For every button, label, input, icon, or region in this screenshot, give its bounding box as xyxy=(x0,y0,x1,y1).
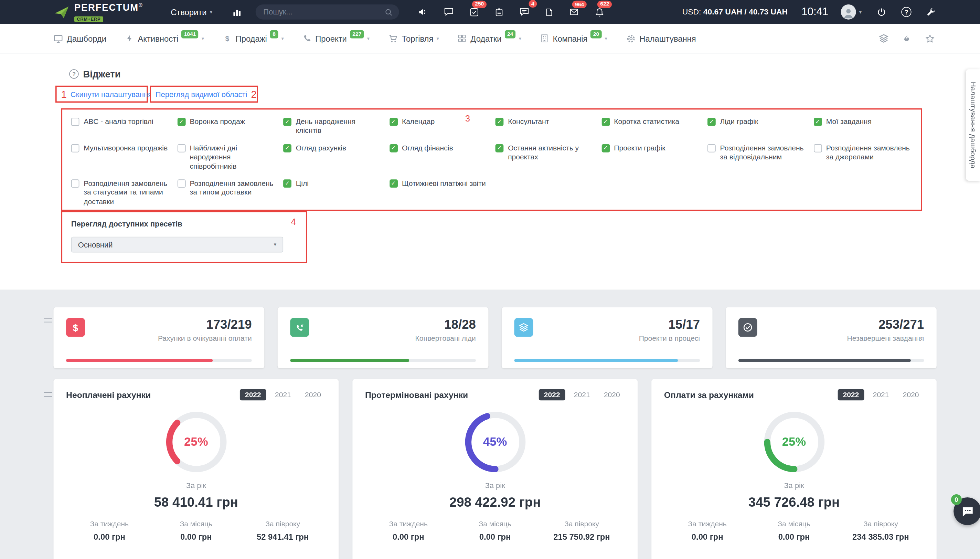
year-tabs: 2022 2021 2020 xyxy=(838,389,924,400)
widget-checkbox-multifunnel[interactable]: Мультиворонка продажів xyxy=(71,144,170,152)
nav-item-sales[interactable]: $ Продажі 8 ▾ xyxy=(223,34,284,43)
view-visible-area-button[interactable]: Перегляд видимої області xyxy=(155,90,247,99)
nav-item-trade[interactable]: Торгівля ▾ xyxy=(388,34,439,43)
nav-badge: 227 xyxy=(350,30,364,38)
nav-badge: 1841 xyxy=(181,30,198,38)
chat-badge: 0 xyxy=(951,494,962,505)
tasks-icon[interactable]: 250 xyxy=(470,7,479,17)
presets-panel: 4 Перегляд доступних пресетів Основний ▾ xyxy=(61,211,307,263)
widget-checkbox-finance-overview[interactable]: Огляд фінансів xyxy=(389,144,488,152)
donut-percent: 25% xyxy=(165,411,228,474)
help-icon[interactable]: ? xyxy=(901,7,911,17)
comments-icon[interactable] xyxy=(444,7,454,17)
question-glyph: ? xyxy=(72,71,76,77)
reset-settings-button[interactable]: Скинути налаштування xyxy=(71,90,152,99)
widget-checkbox-consultant[interactable]: Консультант xyxy=(495,117,594,126)
col-label: За тиждень xyxy=(365,520,452,528)
checkbox-icon xyxy=(708,118,716,126)
star-icon[interactable] xyxy=(925,34,935,43)
widget-checkbox-orders-by-delivery[interactable]: Розподілення замовлень за типом доставки xyxy=(177,179,276,197)
widget-checkbox-calendar[interactable]: Календар xyxy=(389,117,488,126)
user-menu[interactable]: ▾ xyxy=(841,5,862,20)
widget-checkbox-short-stats[interactable]: Коротка статистика xyxy=(602,117,700,126)
logo-arrow-icon xyxy=(53,4,70,20)
year-tab-2020[interactable]: 2020 xyxy=(599,389,625,400)
preset-select[interactable]: Основний ▾ xyxy=(71,237,283,253)
nav-item-addons[interactable]: Додатки 24 ▾ xyxy=(458,34,521,43)
widget-checkbox-project-activity[interactable]: Остання активність у проектах xyxy=(495,144,594,162)
power-icon[interactable] xyxy=(877,7,886,17)
widget-checkbox-orders-by-responsible[interactable]: Розподілення замовлень за відповідальним xyxy=(708,144,806,162)
stat-label: Рахунки в очікуванні оплати xyxy=(66,334,252,342)
search-input[interactable] xyxy=(262,7,385,17)
mail-icon[interactable]: 964 xyxy=(569,8,579,17)
widget-checkbox-projects-chart[interactable]: Проекти графік xyxy=(602,144,700,152)
year-tabs: 2022 2021 2020 xyxy=(240,389,326,400)
messages-icon[interactable]: 4 xyxy=(520,7,530,17)
nav-label: Додатки xyxy=(470,34,502,43)
stat-card-projects-in-progress[interactable]: 15/17 Проекти в процесі xyxy=(502,308,713,368)
nav-label: Налаштування xyxy=(639,34,696,43)
widget-checkbox-grid: ABC - аналіз торгівлі Воронка продаж Ден… xyxy=(71,117,912,206)
donut-chart: 25% xyxy=(165,411,228,474)
nav-item-settings[interactable]: Налаштування xyxy=(626,34,696,43)
chart-card-invoice-payments: Оплати за рахунками 2022 2021 2020 25% З… xyxy=(652,379,937,559)
notifications-bell-icon[interactable]: 622 xyxy=(595,7,604,17)
widget-checkbox-orders-by-status[interactable]: Розподілення замовлень за статусами та т… xyxy=(71,179,170,206)
nav-label: Продажі xyxy=(236,34,267,43)
year-tab-2020[interactable]: 2020 xyxy=(300,389,326,400)
nav-item-company[interactable]: Компанія 20 ▾ xyxy=(540,34,607,43)
year-tab-2021[interactable]: 2021 xyxy=(270,389,296,400)
perfectum-logo[interactable]: PERFECTUM® CRM+ERP xyxy=(53,1,143,23)
stat-card-unfinished-tasks[interactable]: 253/271 Незавершені завдання xyxy=(726,308,937,368)
year-tab-2020[interactable]: 2020 xyxy=(898,389,924,400)
stat-card-converted-leads[interactable]: 18/28 Конвертовані ліди xyxy=(278,308,488,368)
year-tab-2022[interactable]: 2022 xyxy=(240,389,266,400)
stat-card-invoices-pending[interactable]: $ 173/219 Рахунки в очікуванні оплати xyxy=(53,308,264,368)
dashboard-settings-tab[interactable]: Налаштування дашборда xyxy=(966,69,980,181)
wrench-icon[interactable] xyxy=(927,7,936,17)
year-tab-2021[interactable]: 2021 xyxy=(868,389,894,400)
year-tab-2022[interactable]: 2022 xyxy=(539,389,565,400)
chart-amount: 345 726.48 грн xyxy=(664,495,924,510)
widget-checkbox-leads-chart[interactable]: Ліди графік xyxy=(708,117,806,126)
widget-checkbox-client-birthdays[interactable]: День народження клієнтів xyxy=(283,117,382,135)
widget-checkbox-weekly-reports[interactable]: Щотижневі платіжні звіти xyxy=(389,179,488,188)
checkbox-icon xyxy=(177,144,185,152)
nav-item-dashboards[interactable]: Дашборди xyxy=(53,34,106,43)
currency-value: 40.67 UAH / 40.73 UAH xyxy=(703,8,788,17)
widget-checkbox-orders-by-source[interactable]: Розподілення замовлень за джерелами xyxy=(813,144,912,162)
widget-checkbox-sales-funnel[interactable]: Воронка продаж xyxy=(177,117,276,126)
chevron-down-icon: ▾ xyxy=(859,9,862,15)
checkbox-icon xyxy=(283,144,292,152)
clipboard-icon[interactable] xyxy=(495,7,504,17)
chevron-down-icon: ▾ xyxy=(519,35,521,41)
layers-icon[interactable] xyxy=(879,33,889,43)
drag-handle[interactable] xyxy=(44,392,52,397)
nav-label: Торгівля xyxy=(402,34,433,43)
create-button[interactable]: Створити ▾ xyxy=(167,7,216,17)
nav-item-projects[interactable]: Проекти 227 ▾ xyxy=(303,34,370,43)
topbar-icons: 250 4 964 622 xyxy=(418,7,604,17)
period-label: За рік xyxy=(664,481,924,490)
donut-percent: 45% xyxy=(464,411,526,474)
year-tab-2021[interactable]: 2021 xyxy=(569,389,595,400)
year-tab-2022[interactable]: 2022 xyxy=(838,389,864,400)
nav-right-icons xyxy=(879,33,935,43)
documents-icon[interactable] xyxy=(545,7,554,17)
nav-item-activities[interactable]: Активності 1841 ▾ xyxy=(125,34,204,43)
widget-checkbox-goals[interactable]: Цілі xyxy=(283,179,382,188)
widget-checkbox-employee-birthdays[interactable]: Найближчі дні народження співробітників xyxy=(177,144,276,171)
widget-checkbox-invoices-overview[interactable]: Огляд рахунків xyxy=(283,144,382,152)
chat-fab-button[interactable]: 0 xyxy=(954,498,980,525)
flame-icon[interactable] xyxy=(902,34,912,43)
col-label: За місяць xyxy=(452,520,538,528)
col-value: 234 385.03 грн xyxy=(837,532,924,541)
drag-handle[interactable] xyxy=(44,318,52,322)
widget-checkbox-my-tasks[interactable]: Мої завдання xyxy=(813,117,912,126)
statistics-icon[interactable] xyxy=(233,7,242,17)
sound-icon[interactable] xyxy=(418,7,428,17)
col-value: 0.00 грн xyxy=(66,532,153,541)
widget-checkbox-abc-analysis[interactable]: ABC - аналіз торгівлі xyxy=(71,117,170,126)
checkbox-icon xyxy=(283,179,292,188)
